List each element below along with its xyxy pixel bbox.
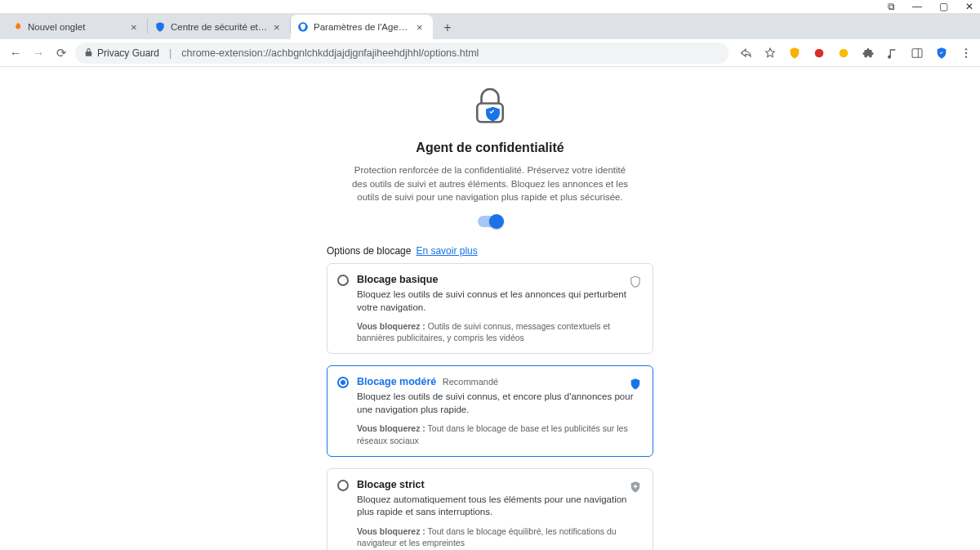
tab-2-close-icon[interactable]: × — [416, 21, 426, 34]
learn-more-link[interactable]: En savoir plus — [416, 245, 477, 257]
window-maximize-button[interactable]: ▢ — [938, 1, 949, 12]
blocking-options-heading: Options de blocage En savoir plus — [327, 245, 653, 257]
reload-button[interactable]: ⟳ — [52, 46, 70, 60]
option-strict-title: Blocage strict — [357, 479, 425, 490]
option-basic[interactable]: Blocage basique Bloquez les outils de su… — [327, 263, 653, 354]
privacy-shield-icon[interactable] — [934, 46, 949, 60]
privacy-chip-label: Privacy Guard — [97, 47, 159, 59]
toolbar-actions — [733, 46, 973, 60]
browser-toolbar: ← → ⟳ Privacy Guard | chrome-extension:/… — [0, 39, 980, 67]
option-moderate[interactable]: Blocage modéré Recommandé Bloquez les ou… — [327, 365, 653, 456]
address-separator: | — [169, 47, 172, 59]
svg-point-6 — [965, 51, 967, 53]
hero-section: Agent de confidentialité Protection renf… — [327, 83, 653, 227]
music-note-icon[interactable] — [885, 46, 900, 60]
address-bar[interactable]: Privacy Guard | chrome-extension://achbg… — [75, 42, 728, 64]
blocking-options-list: Blocage basique Bloquez les outils de su… — [327, 263, 653, 550]
blocking-options-label: Options de blocage — [327, 245, 411, 257]
shield-circle-icon — [297, 21, 309, 33]
forward-button[interactable]: → — [29, 46, 47, 60]
shield-outline-icon — [628, 274, 643, 290]
option-strict[interactable]: Blocage strict Bloquez automatiquement t… — [327, 468, 653, 550]
option-moderate-title: Blocage modéré — [357, 376, 436, 387]
tab-strip: Nouvel onglet × Centre de sécurité et de… — [0, 13, 980, 39]
svg-point-1 — [815, 48, 824, 57]
ext-shield-icon[interactable] — [787, 46, 802, 60]
svg-rect-3 — [912, 48, 922, 57]
option-basic-title: Blocage basique — [357, 274, 438, 285]
option-basic-block-label: Vous bloquerez : — [357, 321, 425, 331]
shield-icon — [154, 21, 166, 33]
tab-0[interactable]: Nouvel onglet × — [5, 15, 147, 39]
window-close-button[interactable]: ✕ — [964, 1, 975, 12]
option-moderate-radio[interactable] — [337, 377, 349, 388]
tab-2[interactable]: Paramètres de l'Agent de confid... × — [291, 15, 433, 39]
option-moderate-block-label: Vous bloquerez : — [357, 423, 425, 433]
share-icon[interactable] — [738, 46, 753, 60]
tab-2-title: Paramètres de l'Agent de confid... — [314, 22, 412, 32]
extensions-puzzle-icon[interactable] — [861, 46, 875, 60]
window-titlebar: ⧉ — ▢ ✕ — [0, 0, 980, 13]
hero-lock-shield-icon — [467, 83, 513, 129]
tab-1-close-icon[interactable]: × — [274, 21, 283, 34]
option-strict-desc: Bloquez automatiquement tous les élément… — [357, 494, 641, 519]
back-button[interactable]: ← — [7, 46, 24, 60]
panel-toggle-icon[interactable] — [910, 46, 924, 60]
option-basic-desc: Bloquez les outils de suivi connus et le… — [357, 288, 641, 314]
tab-0-close-icon[interactable]: × — [131, 21, 140, 34]
svg-point-2 — [840, 48, 849, 57]
option-strict-radio[interactable] — [337, 480, 349, 491]
shield-plus-icon — [628, 479, 643, 495]
shield-filled-icon — [628, 376, 643, 392]
hero-subtitle: Protection renforcée de la confidentiali… — [351, 163, 629, 204]
lock-small-icon — [83, 47, 94, 58]
tab-0-title: Nouvel onglet — [28, 22, 126, 32]
ext-circle-red-icon[interactable] — [812, 46, 826, 60]
option-moderate-badge: Recommandé — [443, 377, 498, 387]
window-minimize-button[interactable]: — — [911, 1, 923, 12]
svg-point-7 — [965, 56, 967, 57]
hero-title: Agent de confidentialité — [416, 141, 564, 155]
tab-1-title: Centre de sécurité et de confide... — [171, 22, 269, 32]
privacy-chip[interactable]: Privacy Guard — [83, 47, 159, 59]
bookmark-star-icon[interactable] — [763, 46, 777, 60]
address-url: chrome-extension://achbgnlchkddjajdjgnfa… — [181, 47, 479, 59]
option-moderate-desc: Bloquez les outils de suivi connus, et e… — [357, 391, 641, 416]
settings-panel: Agent de confidentialité Protection renf… — [327, 67, 653, 550]
ext-circle-yellow-icon[interactable] — [836, 46, 851, 60]
option-strict-block-label: Vous bloquerez : — [357, 526, 425, 536]
page-content: Agent de confidentialité Protection renf… — [0, 67, 980, 550]
option-basic-radio[interactable] — [337, 275, 349, 286]
kebab-menu-icon[interactable] — [959, 46, 973, 60]
new-tab-button[interactable]: + — [436, 16, 459, 39]
pip-indicator-icon: ⧉ — [885, 1, 897, 12]
flame-icon — [11, 21, 23, 33]
master-protection-toggle[interactable] — [478, 216, 502, 227]
tab-1[interactable]: Centre de sécurité et de confide... × — [148, 15, 290, 39]
svg-point-5 — [965, 48, 967, 50]
